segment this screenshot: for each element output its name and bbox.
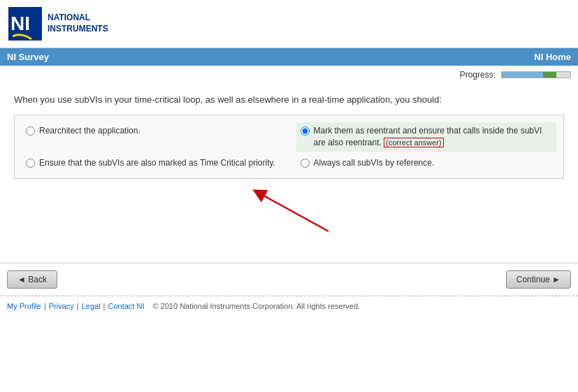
question-text: When you use subVIs in your time-critica… <box>14 94 564 105</box>
radio-a3[interactable] <box>26 159 35 168</box>
radio-a1[interactable] <box>26 126 35 136</box>
progress-label: Progress: <box>460 70 496 80</box>
continue-button[interactable]: Continue ► <box>506 270 571 289</box>
progress-fill-blue <box>502 72 543 78</box>
main-content: When you use subVIs in your time-critica… <box>0 84 578 249</box>
company-name: NATIONAL INSTRUMENTS <box>48 13 108 34</box>
answer-row-a2[interactable]: Mark them as reentrant and ensure that c… <box>296 122 557 152</box>
svg-line-4 <box>259 193 328 231</box>
privacy-link[interactable]: Privacy <box>49 302 74 310</box>
progress-bar-container: Progress: <box>0 66 578 84</box>
ni-home-link[interactable]: NI Home <box>534 52 571 62</box>
footer: My Profile | Privacy | Legal | Contact N… <box>0 296 578 316</box>
logo-container: NI NATIONAL INSTRUMENTS <box>7 6 108 42</box>
progress-fill-green <box>543 72 557 78</box>
sep1: | <box>44 302 46 310</box>
answer-row-a1[interactable]: Rearchitect the application. <box>22 122 282 152</box>
back-button[interactable]: ◄ Back <box>7 270 57 289</box>
legal-link[interactable]: Legal <box>82 302 101 310</box>
contact-link[interactable]: Contact NI <box>108 302 144 310</box>
answer-text-a4: Always call subVIs by reference. <box>314 157 435 169</box>
ni-logo-icon: NI <box>7 6 43 42</box>
sep2: | <box>77 302 79 310</box>
survey-title: NI Survey <box>7 52 49 62</box>
nav-bar: NI Survey NI Home <box>0 48 578 66</box>
copyright: © 2010 National Instruments Corporation.… <box>152 302 360 310</box>
arrow-container <box>14 182 564 238</box>
annotation-arrow <box>224 182 363 238</box>
my-profile-link[interactable]: My Profile <box>7 302 41 310</box>
correct-answer-badge: (correct answer) <box>384 138 443 147</box>
sep3: | <box>103 302 106 310</box>
answer-text-a1: Rearchitect the application. <box>39 125 140 137</box>
answer-row-a4[interactable]: Always call subVIs by reference. <box>296 154 557 172</box>
radio-a4[interactable] <box>301 159 310 168</box>
header: NI NATIONAL INSTRUMENTS <box>0 0 578 48</box>
radio-a2[interactable] <box>301 126 310 136</box>
answer-text-a2: Mark them as reentrant and ensure that c… <box>314 125 553 149</box>
answers-grid: Rearchitect the application. Mark them a… <box>14 115 564 179</box>
svg-text:NI: NI <box>10 13 30 34</box>
progress-track <box>501 71 571 78</box>
answer-row-a3[interactable]: Ensure that the subVIs are also marked a… <box>22 154 282 172</box>
answer-text-a3: Ensure that the subVIs are also marked a… <box>39 157 275 169</box>
bottom-nav: ◄ Back Continue ► <box>0 263 578 296</box>
